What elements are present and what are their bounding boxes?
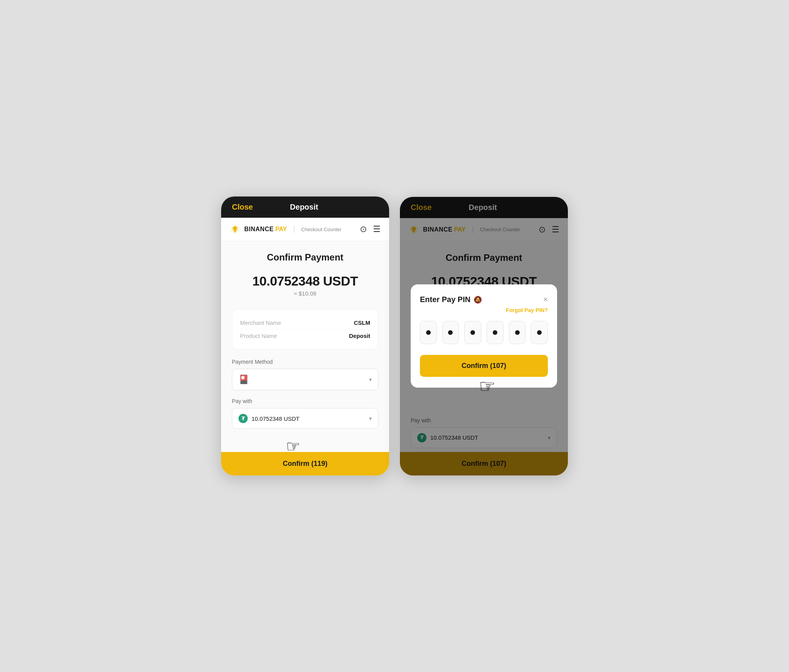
merchant-value-left: CSLM — [354, 319, 371, 326]
logo-area-left: BINANCE PAY Checkout Counter — [230, 224, 341, 235]
pin-dot-fill-6 — [537, 330, 542, 335]
pin-dot-fill-3 — [470, 330, 475, 335]
merchant-label-left: Merchant Name — [240, 319, 281, 326]
forgot-pin-link[interactable]: Forgot Pay PIN? — [420, 307, 548, 313]
pin-dot-2 — [442, 321, 459, 344]
cursor-hand-left: ☞ — [286, 437, 300, 456]
pin-dot-fill-1 — [426, 330, 431, 335]
pin-dot-5 — [509, 321, 526, 344]
logo-text-left: BINANCE PAY — [244, 226, 287, 233]
binance-logo-icon — [230, 224, 240, 235]
cursor-hand-right: ☞ — [479, 375, 495, 397]
modal-cursor-area: Confirm (107) ☞ — [420, 355, 548, 377]
pay-with-section-left: Pay with ₮ 10.0752348 USDT ▾ — [232, 398, 378, 429]
app-header-left: BINANCE PAY Checkout Counter ⊙ ☰ — [221, 218, 389, 241]
content-left: Confirm Payment 10.0752348 USDT ≈ $10.08… — [221, 241, 389, 452]
product-row-left: Product Name Deposit — [240, 329, 370, 342]
modal-overlay: Enter Pay PIN 🔕 × Forgot Pay PIN? Confir… — [400, 197, 568, 475]
pin-modal: Enter Pay PIN 🔕 × Forgot Pay PIN? Confir… — [411, 284, 557, 388]
merchant-row-left: Merchant Name CSLM — [240, 316, 370, 329]
pin-dot-fill-2 — [448, 330, 453, 335]
product-value-left: Deposit — [349, 333, 370, 339]
payment-method-dropdown-left[interactable]: 🎴 ▾ — [232, 369, 378, 390]
pin-modal-title: Enter Pay PIN 🔕 — [420, 295, 482, 304]
checkout-label-left: Checkout Counter — [301, 227, 342, 232]
pin-dot-4 — [487, 321, 504, 344]
pin-dot-1 — [420, 321, 437, 344]
pin-dot-fill-4 — [493, 330, 497, 335]
amount-section-left: 10.0752348 USDT ≈ $10.08 — [232, 274, 378, 297]
payment-method-dropdown-left-content: 🎴 — [238, 375, 249, 385]
top-bar-title-left: Deposit — [290, 203, 318, 212]
pin-dot-3 — [464, 321, 481, 344]
pin-dot-fill-5 — [515, 330, 520, 335]
logo-divider-left — [294, 226, 294, 233]
modal-confirm-button[interactable]: Confirm (107) — [420, 355, 548, 377]
amount-usd-left: ≈ $10.08 — [232, 290, 378, 297]
pay-with-dropdown-left[interactable]: ₮ 10.0752348 USDT ▾ — [232, 408, 378, 429]
payment-method-chevron-left: ▾ — [369, 376, 372, 383]
confirm-button-left[interactable]: Confirm (119) — [221, 452, 389, 475]
amount-main-left: 10.0752348 USDT — [232, 274, 378, 289]
top-bar-left: Close Deposit — [221, 197, 389, 218]
logo-pay-left: PAY — [275, 226, 287, 233]
pin-modal-title-text: Enter Pay PIN — [420, 295, 470, 304]
menu-icon-left[interactable]: ☰ — [373, 224, 381, 234]
credit-card-icon-left: 🎴 — [238, 375, 249, 385]
pin-dot-6 — [531, 321, 548, 344]
pin-modal-header: Enter Pay PIN 🔕 × — [420, 295, 548, 304]
pay-with-dropdown-left-content: ₮ 10.0752348 USDT — [238, 414, 299, 423]
product-label-left: Product Name — [240, 333, 277, 339]
pin-dots-row — [420, 321, 548, 344]
payment-method-section-left: Payment Method 🎴 ▾ — [232, 359, 378, 390]
pay-with-amount-left: 10.0752348 USDT — [252, 415, 299, 422]
left-phone: Close Deposit BINANCE PAY Checkout Count… — [220, 196, 390, 476]
confirm-title-left: Confirm Payment — [232, 252, 378, 263]
cursor-area-left: ☞ — [232, 429, 378, 452]
pay-with-label-left: Pay with — [232, 398, 378, 404]
pay-with-chevron-left: ▾ — [369, 415, 372, 422]
header-icons-left: ⊙ ☰ — [360, 224, 381, 234]
right-phone: Close Deposit BINANCE PAY Checkout Count… — [399, 196, 569, 476]
tether-icon-left: ₮ — [238, 414, 248, 423]
payment-method-label-left: Payment Method — [232, 359, 378, 365]
pin-modal-close-button[interactable]: × — [543, 295, 548, 304]
logo-binance-left: BINANCE — [244, 226, 274, 233]
info-section-left: Merchant Name CSLM Product Name Deposit — [232, 309, 378, 349]
account-icon-left[interactable]: ⊙ — [360, 224, 367, 234]
close-button-left[interactable]: Close — [232, 203, 253, 212]
no-entry-icon: 🔕 — [473, 296, 482, 304]
